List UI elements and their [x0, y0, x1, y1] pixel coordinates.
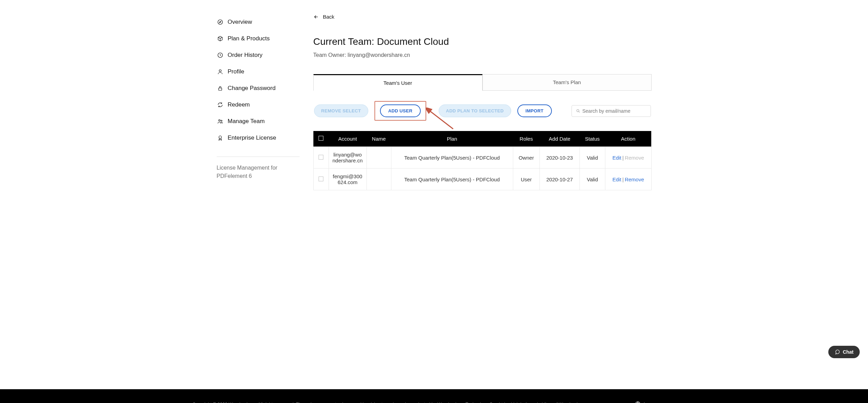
remove-link-disabled: Remove [625, 155, 644, 161]
cell-date: 2020-10-23 [539, 147, 579, 169]
sidebar-item-profile[interactable]: Profile [217, 63, 300, 80]
chat-button[interactable]: Chat [828, 346, 860, 358]
col-roles: Roles [513, 131, 539, 147]
cell-roles: Owner [513, 147, 539, 169]
remove-select-button[interactable]: REMOVE SELECT [314, 104, 368, 117]
package-icon [217, 35, 224, 42]
sidebar-item-label: Enterprise License [228, 134, 276, 141]
footer: Copyright © 2020 Wondershare. All rights… [0, 389, 868, 403]
cell-plan: Team Quarterly Plan(5Users) - PDFCloud [391, 147, 513, 169]
chevron-down-icon [670, 401, 676, 403]
back-label: Back [323, 14, 334, 20]
cell-date: 2020-10-27 [539, 169, 579, 190]
award-icon [217, 134, 224, 141]
add-user-button[interactable]: ADD USER [380, 104, 421, 117]
sidebar-item-label: Manage Team [228, 118, 265, 125]
sidebar-item-label: Overview [228, 19, 252, 26]
svg-point-6 [221, 120, 222, 122]
sidebar: Overview Plan & Products Order History P… [217, 14, 300, 369]
search-field[interactable] [572, 105, 651, 117]
table-row: fengmi@300624.com Team Quarterly Plan(5U… [313, 169, 651, 190]
sidebar-item-label: Order History [228, 52, 263, 59]
svg-point-5 [218, 120, 220, 121]
lock-icon [217, 85, 224, 92]
edit-link[interactable]: Edit [612, 155, 621, 161]
sidebar-item-overview[interactable]: Overview [217, 14, 300, 30]
copyright: Copyright © 2020 Wondershare. All rights… [193, 402, 600, 403]
sidebar-item-label: Profile [228, 68, 244, 75]
compass-icon [217, 19, 224, 26]
import-button[interactable]: IMPORT [517, 104, 552, 117]
select-all-checkbox[interactable] [319, 136, 323, 141]
cell-account: fengmi@300624.com [329, 169, 367, 190]
edit-link[interactable]: Edit [612, 177, 621, 182]
sidebar-item-label: Change Password [228, 85, 276, 92]
row-checkbox[interactable] [319, 177, 323, 181]
team-owner: Team Owner: linyang@wondershare.cn [313, 52, 652, 58]
sidebar-item-order-history[interactable]: Order History [217, 47, 300, 63]
col-account: Account [329, 131, 367, 147]
cell-account: linyang@wondershare.cn [329, 147, 367, 169]
row-checkbox[interactable] [319, 155, 323, 160]
cell-status: Valid [579, 147, 605, 169]
cell-plan: Team Quarterly Plan(5Users) - PDFCloud [391, 169, 513, 190]
sidebar-item-label: Plan & Products [228, 35, 270, 42]
tab-label: Team's User [383, 80, 412, 86]
back-link[interactable]: Back [313, 14, 652, 20]
svg-rect-4 [218, 88, 222, 90]
search-icon [576, 109, 581, 113]
chat-label: Chat [843, 349, 854, 355]
sidebar-item-enterprise-license[interactable]: Enterprise License [217, 130, 300, 146]
sidebar-item-redeem[interactable]: Redeem [217, 97, 300, 113]
refresh-icon [217, 101, 224, 108]
svg-line-8 [429, 110, 453, 129]
svg-point-3 [219, 70, 221, 72]
col-add-date: Add Date [539, 131, 579, 147]
user-icon [217, 68, 224, 75]
tab-label: Team's Plan [553, 79, 581, 85]
chat-icon [835, 349, 840, 355]
cell-name [367, 147, 391, 169]
cell-roles: User [513, 169, 539, 190]
page-title: Current Team: Document Cloud [313, 36, 652, 47]
main-content: Back Current Team: Document Cloud Team O… [313, 14, 652, 369]
remove-link[interactable]: Remove [625, 177, 644, 182]
svg-marker-1 [219, 21, 221, 23]
svg-point-7 [219, 136, 222, 139]
cell-status: Valid [579, 169, 605, 190]
sidebar-note: License Management for PDFelement 6 [217, 164, 300, 180]
col-action: Action [605, 131, 651, 147]
users-table: Account Name Plan Roles Add Date Status … [313, 131, 652, 190]
sidebar-item-plan-products[interactable]: Plan & Products [217, 30, 300, 47]
arrow-left-icon [313, 14, 319, 20]
search-input[interactable] [582, 108, 646, 114]
sidebar-divider [217, 157, 300, 157]
col-name: Name [367, 131, 391, 147]
col-plan: Plan [391, 131, 513, 147]
tab-teams-user[interactable]: Team's User [313, 74, 482, 91]
cell-action: Edit|Remove [605, 169, 651, 190]
svg-point-9 [577, 109, 579, 111]
clock-icon [217, 52, 224, 59]
cell-name [367, 169, 391, 190]
sidebar-item-change-password[interactable]: Change Password [217, 80, 300, 97]
cell-action: Edit|Remove [605, 147, 651, 169]
sidebar-item-label: Redeem [228, 101, 250, 108]
actions-bar: REMOVE SELECT ADD USER ADD PLAN TO SELEC… [313, 91, 652, 131]
tabs: Team's User Team's Plan [313, 74, 652, 91]
globe-icon [635, 401, 641, 403]
svg-point-0 [218, 20, 223, 24]
table-row: linyang@wondershare.cn Team Quarterly Pl… [313, 147, 651, 169]
annotation-highlight: ADD USER [374, 101, 426, 121]
tab-teams-plan[interactable]: Team's Plan [482, 74, 652, 91]
col-status: Status [579, 131, 605, 147]
language-label: Language [644, 401, 667, 403]
language-selector[interactable]: Language [635, 401, 676, 403]
users-icon [217, 118, 224, 125]
sidebar-item-manage-team[interactable]: Manage Team [217, 113, 300, 130]
